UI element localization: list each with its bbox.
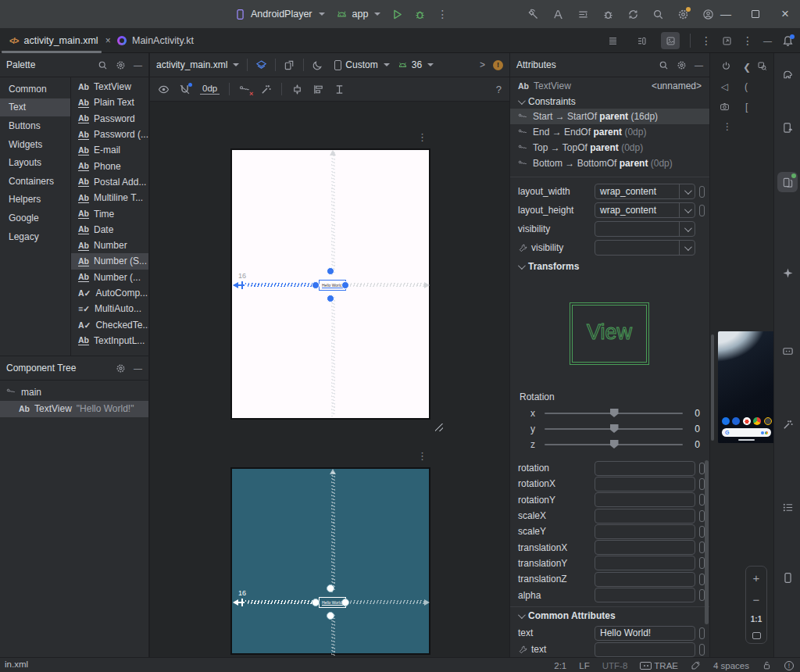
device-dropdown[interactable]: Custom: [334, 59, 389, 70]
phone-app-icon[interactable]: [722, 417, 730, 425]
device-volume-icon[interactable]: ❮: [743, 62, 751, 73]
autoconnect-off-icon[interactable]: [179, 84, 191, 95]
zoom-in-button[interactable]: +: [753, 571, 760, 584]
preview-menu-icon[interactable]: ⋮: [417, 131, 427, 143]
palette-item-number-decimal[interactable]: AbNumber (...: [71, 270, 148, 285]
scale-y-input[interactable]: [595, 524, 695, 539]
profiler-icon[interactable]: [552, 9, 564, 20]
align-icon[interactable]: [312, 84, 324, 95]
device-fold-icon[interactable]: [: [745, 102, 748, 113]
rotation-y-input[interactable]: [595, 492, 695, 507]
tab-main-activity-kt[interactable]: MainActivity.kt: [108, 28, 203, 53]
palette-item-multiautocomplete[interactable]: ≡✓MultiAuto...: [71, 301, 148, 316]
write-access-lock-icon[interactable]: [762, 660, 772, 670]
constraint-bottom[interactable]: Bottom → BottomOf parent (0dp): [510, 155, 709, 171]
design-preview-night[interactable]: 16 Hello World!: [230, 467, 430, 655]
tab-activity-main-xml[interactable]: </> activity_main.xml ×: [0, 28, 120, 53]
camera-app-icon[interactable]: [764, 417, 772, 425]
maximize-window-button[interactable]: [741, 0, 770, 28]
palette-item-multiline-text[interactable]: AbMultiline T...: [71, 190, 148, 206]
rotation-y-slider[interactable]: [545, 428, 683, 430]
inspections-widget-icon[interactable]: !: [784, 661, 794, 670]
constraints-section-header[interactable]: Constraints: [510, 95, 709, 109]
view-options-eye-icon[interactable]: [158, 84, 170, 95]
palette-settings-icon[interactable]: [116, 60, 126, 70]
default-margin-selector[interactable]: 0dp: [200, 84, 220, 95]
notifications-bell-icon[interactable]: [782, 35, 794, 47]
build-icon[interactable]: [527, 9, 539, 20]
warnings-indicator[interactable]: !: [493, 60, 503, 70]
device-mirroring-tool-icon[interactable]: [777, 567, 798, 588]
rotation-input[interactable]: [595, 461, 695, 476]
translation-y-input[interactable]: [595, 556, 695, 570]
help-icon[interactable]: ?: [496, 84, 502, 95]
device-screenshot-icon[interactable]: [757, 61, 767, 71]
lens-icon[interactable]: [765, 431, 768, 434]
chrome-app-icon[interactable]: [753, 417, 761, 425]
palette-item-number-signed[interactable]: AbNumber (S...: [71, 253, 148, 269]
status-file-path[interactable]: in.xml: [5, 659, 28, 669]
editor-options-icon[interactable]: ⋮: [701, 35, 712, 46]
indent-setting[interactable]: 4 spaces: [713, 661, 749, 670]
tool-window-options-icon[interactable]: ⋮: [742, 35, 753, 46]
code-view-toggle[interactable]: [603, 32, 622, 49]
night-mode-icon[interactable]: [312, 59, 323, 71]
more-run-options-icon[interactable]: ⋮: [437, 9, 448, 20]
attributes-search-icon[interactable]: [659, 60, 669, 70]
slider-thumb[interactable]: [610, 440, 619, 449]
attributes-hide-icon[interactable]: —: [695, 60, 703, 70]
structure-tool-icon[interactable]: [777, 497, 798, 517]
rotation-z-slider[interactable]: [545, 444, 683, 445]
text-input[interactable]: [595, 626, 695, 641]
rotation-x-slider[interactable]: [545, 413, 683, 414]
constraint-start[interactable]: Start → StartOf parent (16dp): [510, 109, 709, 124]
palette-search-icon[interactable]: [98, 60, 108, 70]
panel-scrollbar[interactable]: [711, 334, 714, 441]
slider-thumb[interactable]: [610, 424, 619, 433]
translation-z-input[interactable]: [595, 572, 695, 587]
start-anchor[interactable]: [312, 599, 320, 606]
gradle-tool-icon[interactable]: [777, 64, 798, 84]
run-button[interactable]: [391, 9, 403, 20]
api-level-dropdown[interactable]: 36: [398, 59, 434, 70]
transforms-section-header[interactable]: Transforms: [510, 257, 709, 276]
trae-plugin-widget[interactable]: TRAE: [640, 661, 678, 670]
app-insights-tool-icon[interactable]: [777, 414, 798, 434]
caret-position[interactable]: 2:1: [554, 661, 566, 670]
palette-category-widgets[interactable]: Widgets: [0, 135, 70, 154]
close-window-button[interactable]: ×: [770, 0, 800, 28]
end-anchor[interactable]: [341, 281, 349, 289]
palette-item-postal-address[interactable]: AbPostal Add...: [71, 174, 148, 190]
palette-category-layouts[interactable]: Layouts: [0, 153, 70, 172]
alpha-input[interactable]: [595, 588, 695, 602]
guidelines-icon[interactable]: [334, 84, 345, 95]
palette-hide-icon[interactable]: —: [134, 60, 142, 70]
palette-item-date[interactable]: AbDate: [71, 222, 148, 238]
google-search-bar[interactable]: G: [722, 428, 771, 437]
search-everywhere-icon[interactable]: [652, 9, 664, 20]
file-encoding[interactable]: UTF-8: [602, 661, 628, 670]
device-back-icon[interactable]: ◁: [721, 81, 728, 92]
gmail-app-icon[interactable]: [743, 417, 751, 425]
start-anchor[interactable]: [312, 281, 320, 289]
design-surface-icon[interactable]: [255, 59, 267, 71]
palette-item-password[interactable]: AbPassword: [71, 111, 148, 127]
tree-item-textview[interactable]: Ab TextView "Hello World!": [0, 401, 148, 418]
translation-x-input[interactable]: [595, 540, 695, 555]
toolbar-overflow-chevron[interactable]: >: [480, 59, 485, 70]
attach-debugger-icon[interactable]: [602, 9, 614, 20]
design-preview-light[interactable]: 16 Hello World!: [230, 148, 430, 420]
hide-tool-window-icon[interactable]: —: [763, 36, 772, 45]
tools-text-input[interactable]: [595, 642, 695, 657]
attributes-settings-icon[interactable]: [677, 60, 687, 70]
orientation-icon[interactable]: [284, 59, 295, 71]
settings-icon[interactable]: [677, 9, 689, 20]
design-view-toggle[interactable]: [661, 32, 680, 49]
visibility-combo[interactable]: [595, 221, 695, 237]
top-anchor[interactable]: [327, 267, 334, 275]
palette-category-helpers[interactable]: Helpers: [0, 191, 70, 209]
attributes-scrollbar[interactable]: [703, 77, 709, 657]
minimize-window-button[interactable]: —: [711, 0, 741, 28]
debug-button[interactable]: [414, 9, 426, 20]
logcat-tool-icon[interactable]: [777, 341, 798, 361]
